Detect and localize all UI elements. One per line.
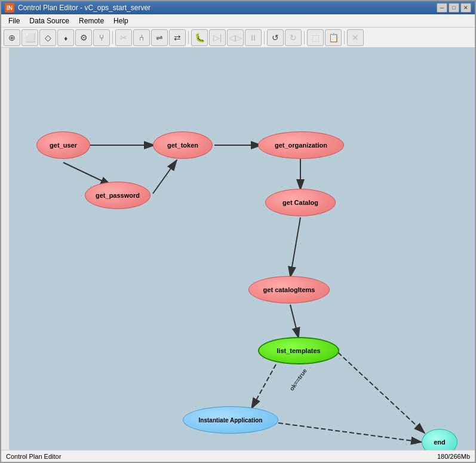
toolbar-diamond[interactable]: ⬧ — [57, 29, 74, 46]
toolbar: ⊕ ⬜ ◇ ⬧ ⚙ ⑂ ✂ ⑃ ⇌ ⇄ 🐛 ▷| ◁▷ ⏸ ↺ ↻ ⬚ 📋 ✕ — [1, 27, 475, 48]
toolbar-debug[interactable]: 🐛 — [191, 29, 208, 46]
svg-line-11 — [278, 423, 422, 442]
svg-line-8 — [290, 305, 299, 338]
close-button[interactable]: ✕ — [460, 3, 471, 13]
toolbar-routing[interactable]: ◇ — [39, 29, 56, 46]
separator-5 — [344, 31, 345, 44]
status-left: Control Plan Editor — [6, 453, 61, 460]
separator-2 — [188, 31, 189, 44]
menu-bar: File Data Source Remote Help — [1, 14, 475, 27]
canvas-area[interactable]: ok==true get_user get_token get_organiza… — [10, 48, 475, 450]
menu-help[interactable]: Help — [109, 16, 133, 26]
toolbar-swap[interactable]: ⇄ — [169, 29, 186, 46]
toolbar-playback[interactable]: ◁▷ — [227, 29, 244, 46]
status-right: 180/266Mb — [437, 453, 470, 460]
menu-remote[interactable]: Remote — [74, 16, 109, 26]
node-get-catalog[interactable]: get Catalog — [265, 189, 336, 216]
toolbar-pause[interactable]: ⏸ — [245, 29, 262, 46]
node-get-catalogitems[interactable]: get catalogItems — [248, 276, 330, 303]
menu-file[interactable]: File — [4, 16, 24, 26]
toolbar-cut[interactable]: ✂ — [115, 29, 132, 46]
separator-1 — [112, 31, 113, 44]
toolbar-join[interactable]: ⇌ — [151, 29, 168, 46]
main-window: IN Control Plan Editor - vC_ops_start_se… — [0, 0, 476, 463]
node-get-password[interactable]: get_password — [85, 182, 151, 209]
window-title: Control Plan Editor - vC_ops_start_serve… — [18, 4, 151, 12]
arrows-svg — [10, 48, 475, 450]
toolbar-redo[interactable]: ↻ — [285, 29, 302, 46]
status-bar: Control Plan Editor 180/266Mb — [1, 450, 475, 462]
edge-label-ok: ok==true — [288, 367, 308, 392]
node-get-token[interactable]: get_token — [153, 131, 213, 159]
toolbar-connect[interactable]: ⑂ — [93, 29, 110, 46]
toolbar-delete[interactable]: ✕ — [347, 29, 364, 46]
toolbar-fork[interactable]: ⑃ — [133, 29, 150, 46]
left-panel — [1, 48, 10, 450]
toolbar-step[interactable]: ▷| — [209, 29, 226, 46]
main-area: ok==true get_user get_token get_organiza… — [1, 48, 475, 450]
title-bar-left: IN Control Plan Editor - vC_ops_start_se… — [5, 3, 151, 13]
node-instantiate[interactable]: Instantiate Application — [183, 406, 278, 434]
separator-4 — [304, 31, 305, 44]
svg-line-9 — [251, 364, 276, 409]
node-get-organization[interactable]: get_organization — [258, 131, 344, 159]
minimize-button[interactable]: ─ — [437, 3, 447, 13]
maximize-button[interactable]: □ — [449, 3, 459, 13]
svg-line-7 — [290, 217, 300, 277]
title-buttons: ─ □ ✕ — [437, 3, 471, 13]
app-icon: IN — [5, 3, 14, 13]
svg-line-4 — [153, 160, 177, 194]
svg-line-10 — [338, 352, 425, 433]
title-bar: IN Control Plan Editor - vC_ops_start_se… — [1, 1, 475, 14]
separator-3 — [264, 31, 265, 44]
toolbar-undo[interactable]: ↺ — [267, 29, 284, 46]
toolbar-paste[interactable]: 📋 — [325, 29, 342, 46]
node-list-templates[interactable]: list_templates — [258, 337, 339, 364]
menu-datasource[interactable]: Data Source — [24, 16, 74, 26]
toolbar-add-circle[interactable]: ⊕ — [4, 29, 20, 46]
svg-line-3 — [63, 162, 111, 185]
toolbar-add-rect[interactable]: ⬜ — [22, 29, 38, 46]
toolbar-settings[interactable]: ⚙ — [75, 29, 92, 46]
node-end[interactable]: end — [422, 429, 457, 450]
node-get-user[interactable]: get_user — [36, 131, 90, 159]
toolbar-copy-canvas[interactable]: ⬚ — [307, 29, 324, 46]
